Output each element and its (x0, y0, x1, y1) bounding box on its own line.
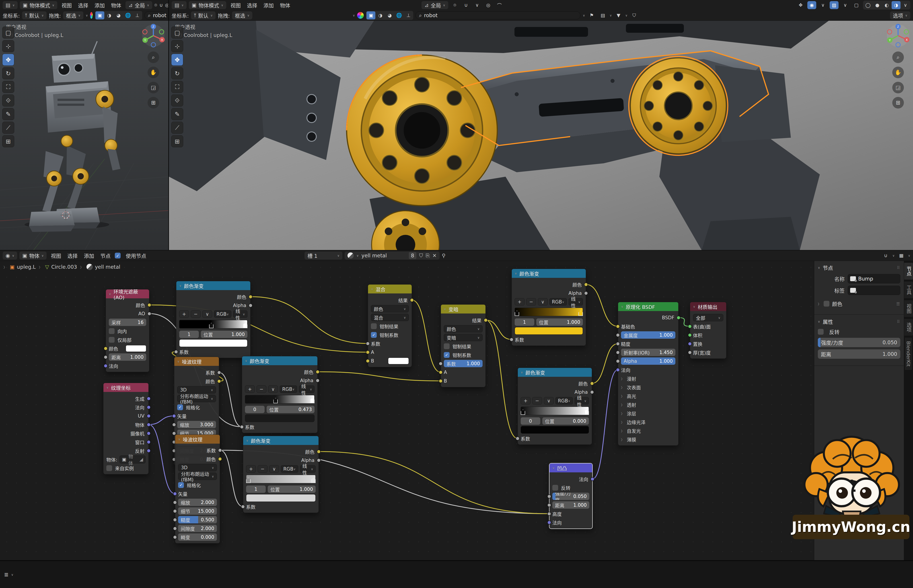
axis-gizmo[interactable]: ZXY (141, 23, 166, 48)
socket-res[interactable] (484, 318, 488, 322)
stop-color-swatch[interactable] (245, 414, 315, 422)
checkbox-checked[interactable]: ✓ (371, 332, 377, 338)
dropdown-变暗[interactable]: 变暗∨ (444, 334, 483, 341)
pan-icon[interactable]: ✋ (147, 66, 159, 78)
node-header-bump[interactable]: ∨凹凸 (549, 464, 592, 472)
tool-transform[interactable]: ⟐ (171, 94, 183, 107)
socket-color[interactable] (147, 303, 151, 307)
node-header-rampB[interactable]: ∨颜色渐变 (242, 356, 317, 365)
tool-select-box[interactable]: ▢ (2, 26, 14, 39)
panel-node-header[interactable]: ∨节点⠿ (818, 264, 900, 271)
stop-color-swatch[interactable] (521, 426, 589, 434)
chevron-down-icon[interactable]: ∨ (356, 254, 359, 257)
interpolation-dropdown[interactable]: 线性∨ (575, 397, 589, 404)
socket-UV[interactable] (147, 414, 151, 418)
ne-menu-节点[interactable]: 节点 (98, 251, 113, 260)
node-darken[interactable]: ∨变暗结果颜色∨变暗∨钳制结果✓钳制系数系数1.000AB (441, 304, 486, 387)
collapse-chevron-icon[interactable]: ∨ (621, 305, 623, 309)
bookmark-icon[interactable]: ⚑ (587, 11, 596, 19)
socket-vec[interactable] (173, 492, 177, 496)
editor-type-icon[interactable]: ≣ (4, 572, 8, 578)
slider-缩放[interactable]: 缩放2.000 (178, 499, 217, 506)
slider-金属度[interactable]: 金属度1.000 (621, 331, 675, 339)
menu-视图[interactable]: 视图 (60, 0, 74, 10)
socket-法向[interactable] (547, 520, 551, 525)
dropdown-分形布朗运动(fBM)[interactable]: 分形布朗运动(fBM)∨ (178, 473, 217, 480)
socket-细节[interactable] (173, 509, 177, 513)
tool-select-box[interactable]: ▢ (171, 26, 183, 39)
tab-工具[interactable]: 工具 (904, 281, 913, 299)
tab-节点[interactable]: 节点 (904, 262, 913, 280)
collapse-chevron-icon[interactable]: ∨ (106, 386, 108, 389)
editor-type-button[interactable]: ◉∨ (3, 252, 17, 260)
socket-fac[interactable] (218, 448, 222, 452)
dropdown-颜色[interactable]: 颜色∨ (444, 325, 483, 333)
viewport-search[interactable]: ⌕robot (415, 11, 580, 19)
filter-chevron-icon[interactable]: ∨ (583, 14, 585, 17)
checkbox[interactable] (824, 301, 829, 307)
socket-vec[interactable] (172, 414, 176, 418)
tool-measure[interactable]: ⟋ (171, 122, 183, 134)
expand-chevron-icon[interactable]: 〉 (621, 411, 624, 415)
node-header-outp[interactable]: ∨材质输出 (690, 302, 726, 311)
node-ao[interactable]: ∨环境光遮蔽 (AO)颜色AO采样16向内仅局部颜色距离1.000法向 (106, 289, 149, 372)
node-noise2[interactable]: ∨噪波纹理系数颜色3D∨分形布朗运动(fBM)∨✓规格化矢量缩放2.000细节1… (175, 435, 220, 543)
checkbox[interactable] (106, 465, 112, 471)
socket-摄像机[interactable] (147, 431, 151, 435)
pan-icon[interactable]: ✋ (892, 66, 904, 78)
expand-chevron-icon[interactable]: 〉 (621, 394, 624, 398)
socket-nrm[interactable] (590, 477, 595, 481)
panel-grip-icon[interactable]: ⠿ (897, 265, 900, 270)
node-rampA[interactable]: ∨颜色渐变颜色Alpha+−∨RGB∨线性∨1位置1.000系数 (176, 281, 250, 358)
editor-type-button[interactable]: ▤∨ (171, 1, 187, 9)
pin-icon[interactable]: ⚲ (442, 253, 446, 258)
ne-snap-magnet-icon[interactable]: ∪ (881, 252, 890, 260)
zoom-icon[interactable]: ⌕ (892, 52, 904, 63)
socket-fac[interactable] (241, 505, 245, 509)
stop-options-button[interactable]: ∨ (538, 298, 548, 305)
socket-col[interactable] (249, 295, 252, 299)
socket-颜色[interactable] (218, 457, 222, 461)
socket-窗口[interactable] (147, 440, 151, 444)
socket-fac[interactable] (439, 362, 443, 366)
socket-法向[interactable] (147, 405, 151, 409)
socket-fac[interactable] (515, 436, 520, 441)
socket-fac[interactable] (217, 370, 221, 375)
xray-toggle[interactable]: ▨ (830, 1, 839, 9)
coord-dropdown[interactable]: ⤒默认∨ (191, 11, 215, 19)
add-stop-button[interactable]: + (515, 298, 525, 305)
slider-采样[interactable]: 采样16 (109, 318, 146, 326)
position-field[interactable]: 位置1.000 (268, 486, 316, 493)
slider-距离[interactable]: 距离1.000 (109, 354, 146, 361)
node-canvas[interactable]: 〉 ▣upleg.L〉▽Circle.003〉yell metal ∨环境光遮蔽… (0, 261, 913, 560)
collapse-chevron-icon[interactable]: ∨ (179, 284, 181, 288)
socket-a[interactable] (439, 370, 443, 374)
ne-overlays-icon[interactable]: ▦ (897, 252, 906, 260)
stop-options-button[interactable]: ∨ (269, 465, 279, 473)
socket-Alpha[interactable] (316, 378, 320, 383)
color-mode-dropdown[interactable]: RGB∨ (280, 386, 297, 393)
checkbox-checked[interactable]: ✓ (177, 404, 183, 410)
stop-color-swatch[interactable] (515, 327, 583, 334)
socket-col[interactable] (217, 379, 221, 383)
material-users-count[interactable]: 8 (409, 252, 417, 259)
position-field[interactable]: 位置1.000 (201, 331, 247, 338)
proportional-edit-icon[interactable]: ◎ (484, 1, 493, 9)
expand-chevron-icon[interactable]: 〉 (621, 376, 624, 381)
tool-move[interactable]: ✥ (171, 54, 183, 66)
socket-厚(宽)度[interactable] (688, 351, 692, 354)
panel-props-header[interactable]: ∨属性⠿ (818, 318, 900, 325)
camera-view-icon[interactable]: ◲ (147, 82, 159, 94)
stop-options-button[interactable]: ∨ (202, 310, 212, 318)
socket-距离[interactable] (547, 503, 551, 507)
expand-chevron-icon[interactable]: 〉 (621, 402, 624, 407)
color-ramp-bar[interactable] (515, 308, 583, 316)
ramp-stop-handle[interactable] (579, 310, 583, 316)
color-ramp-bar[interactable] (179, 320, 247, 328)
shading-solid-button[interactable]: ● (873, 1, 882, 9)
ramp-stop-handle[interactable] (246, 478, 250, 483)
node-outp[interactable]: ∨材质输出全部∨表(曲)面体积置换厚(宽)度 (690, 302, 726, 359)
shading-rendered-button[interactable]: ◑ (892, 1, 900, 9)
node-label-field[interactable] (848, 286, 900, 295)
toggle-material-button[interactable]: ◑ (376, 11, 385, 19)
